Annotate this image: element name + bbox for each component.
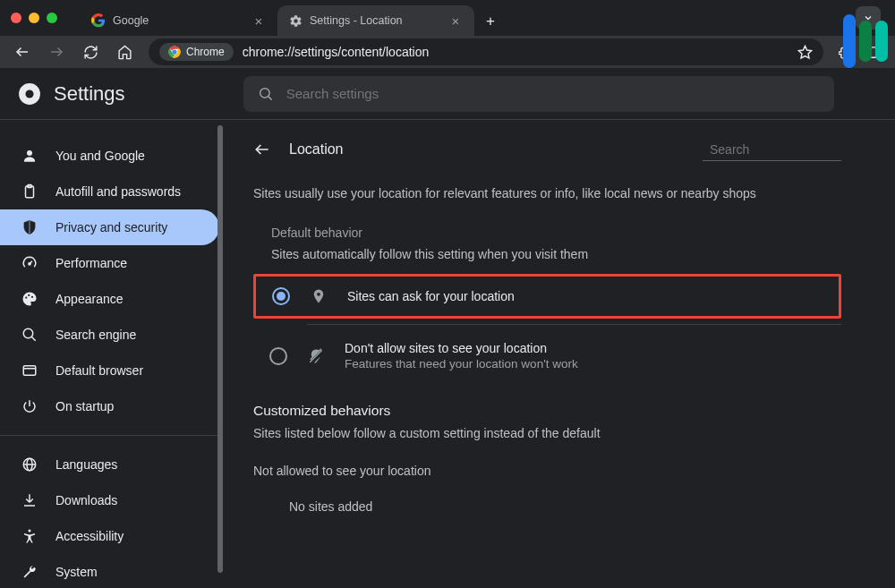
settings-sidebar: You and Google Autofill and passwords Pr… xyxy=(0,120,226,588)
settings-title: Settings xyxy=(54,82,125,106)
content-area: Location Sites usually use your location… xyxy=(226,120,895,588)
svg-point-16 xyxy=(28,294,30,296)
sidebar-item-downloads[interactable]: Downloads xyxy=(0,482,219,518)
shield-icon xyxy=(21,219,38,235)
sidebar-item-startup[interactable]: On startup xyxy=(0,388,219,424)
location-description: Sites usually use your location for rele… xyxy=(253,186,841,200)
radio-label: Sites can ask for your location xyxy=(347,289,515,303)
sidebar-item-label: Autofill and passwords xyxy=(55,184,181,199)
location-off-icon xyxy=(307,348,325,364)
browser-window-icon xyxy=(21,362,38,379)
customized-behaviors-sub: Sites listed below follow a custom setti… xyxy=(253,426,841,440)
accessibility-icon xyxy=(21,528,38,544)
svg-point-8 xyxy=(25,89,33,98)
tab-title: Settings - Location xyxy=(310,14,440,27)
svg-point-25 xyxy=(29,530,31,533)
sidebar-item-label: System xyxy=(55,565,98,579)
globe-icon xyxy=(21,456,38,473)
palette-icon xyxy=(21,291,38,307)
svg-point-15 xyxy=(25,296,27,298)
sidebar-item-you[interactable]: You and Google xyxy=(0,138,219,174)
close-window-button[interactable] xyxy=(11,13,21,23)
sidebar-separator xyxy=(0,435,219,436)
google-favicon-icon xyxy=(91,13,106,28)
tab-close-button[interactable]: × xyxy=(448,13,464,29)
forward-button[interactable] xyxy=(41,38,72,65)
search-icon xyxy=(21,327,38,343)
sidebar-item-label: You and Google xyxy=(55,149,145,163)
settings-search-input[interactable] xyxy=(286,86,820,101)
tab-google[interactable]: Google × xyxy=(81,5,277,36)
minimize-window-button[interactable] xyxy=(29,13,39,23)
clipboard-icon xyxy=(21,183,38,200)
back-arrow-button[interactable] xyxy=(253,141,271,158)
download-icon xyxy=(21,492,38,508)
svg-rect-20 xyxy=(23,366,36,376)
power-icon xyxy=(21,398,38,414)
gear-icon xyxy=(288,13,303,28)
bookmark-star-icon[interactable] xyxy=(797,45,813,60)
svg-line-10 xyxy=(268,96,272,99)
maximize-window-button[interactable] xyxy=(47,13,57,23)
radio-dont-allow[interactable]: Don't allow sites to see your location F… xyxy=(253,330,841,381)
content-header: Location xyxy=(253,138,841,161)
svg-marker-4 xyxy=(798,46,811,57)
sidebar-item-label: On startup xyxy=(55,399,114,413)
sidebar-item-label: Appearance xyxy=(55,292,124,306)
wrench-icon xyxy=(21,564,38,580)
sidebar-item-label: Search engine xyxy=(55,328,136,342)
divider xyxy=(307,324,841,325)
sidebar-item-privacy[interactable]: Privacy and security xyxy=(0,209,219,245)
tab-close-button[interactable]: × xyxy=(251,13,267,29)
tab-settings[interactable]: Settings - Location × xyxy=(277,5,474,36)
svg-point-14 xyxy=(29,263,30,265)
sidebar-item-label: Privacy and security xyxy=(55,220,167,234)
sidebar-item-label: Default browser xyxy=(55,363,143,378)
radio-sublabel: Features that need your location won't w… xyxy=(345,357,578,371)
sidebar-item-system[interactable]: System xyxy=(0,554,219,588)
sidebar-item-accessibility[interactable]: Accessibility xyxy=(0,518,219,554)
svg-point-9 xyxy=(260,88,269,98)
sidebar-item-default-browser[interactable]: Default browser xyxy=(0,353,219,388)
url-text: chrome://settings/content/location xyxy=(243,45,788,59)
svg-point-18 xyxy=(23,328,33,338)
speedometer-icon xyxy=(21,255,38,271)
svg-point-11 xyxy=(27,150,32,156)
search-icon xyxy=(258,86,274,102)
svg-point-3 xyxy=(172,49,176,54)
address-bar[interactable]: Chrome chrome://settings/content/locatio… xyxy=(149,38,823,65)
page-title: Location xyxy=(289,141,685,158)
back-button[interactable] xyxy=(7,38,38,65)
svg-point-17 xyxy=(31,296,33,298)
inline-search[interactable] xyxy=(703,138,841,161)
settings-search-bar[interactable] xyxy=(243,76,834,112)
radio-label: Don't allow sites to see your location xyxy=(345,341,578,355)
sidebar-item-search[interactable]: Search engine xyxy=(0,317,219,353)
site-chip-label: Chrome xyxy=(186,46,225,58)
tab-title: Google xyxy=(113,14,243,27)
titlebar: Google × Settings - Location × + xyxy=(0,0,895,36)
sidebar-item-label: Languages xyxy=(55,457,117,472)
site-info-chip[interactable]: Chrome xyxy=(159,43,234,61)
sidebar-item-appearance[interactable]: Appearance xyxy=(0,281,219,317)
default-behavior-sub: Sites automatically follow this setting … xyxy=(271,247,841,261)
new-tab-button[interactable]: + xyxy=(478,9,503,34)
default-behavior-label: Default behavior xyxy=(271,226,841,240)
sidebar-item-performance[interactable]: Performance xyxy=(0,245,219,281)
sidebar-item-label: Accessibility xyxy=(55,529,124,543)
radio-sites-can-ask[interactable]: Sites can ask for your location xyxy=(253,274,841,319)
settings-header: Settings xyxy=(0,68,895,120)
not-allowed-section-label: Not allowed to see your location xyxy=(253,464,841,478)
sidebar-item-languages[interactable]: Languages xyxy=(0,447,219,482)
sidebar-item-autofill[interactable]: Autofill and passwords xyxy=(0,174,219,209)
browser-toolbar: Chrome chrome://settings/content/locatio… xyxy=(0,36,895,68)
inline-search-input[interactable] xyxy=(710,142,866,157)
radio-button-checked[interactable] xyxy=(272,287,290,305)
customized-behaviors-header: Customized behaviors xyxy=(253,403,841,419)
home-button[interactable] xyxy=(109,38,140,65)
radio-button-unchecked[interactable] xyxy=(269,347,287,365)
reload-button[interactable] xyxy=(75,38,106,65)
person-icon xyxy=(21,148,38,164)
sidebar-item-label: Performance xyxy=(55,256,127,270)
no-sites-text: No sites added xyxy=(289,499,841,514)
